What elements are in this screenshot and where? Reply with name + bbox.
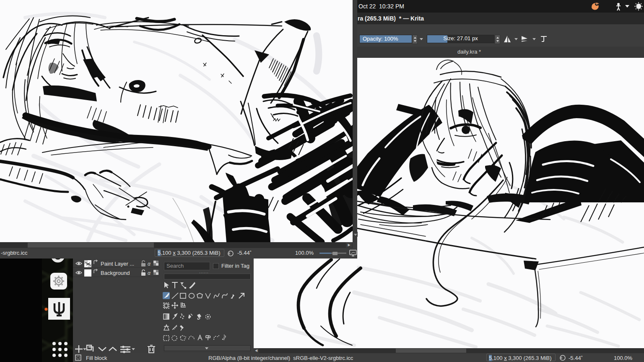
svg-text:α: α [148,261,151,267]
svg-text:α: α [148,270,151,276]
svg-text:Paint Layer ...: Paint Layer ... [101,261,134,267]
svg-text:Background: Background [101,270,130,276]
